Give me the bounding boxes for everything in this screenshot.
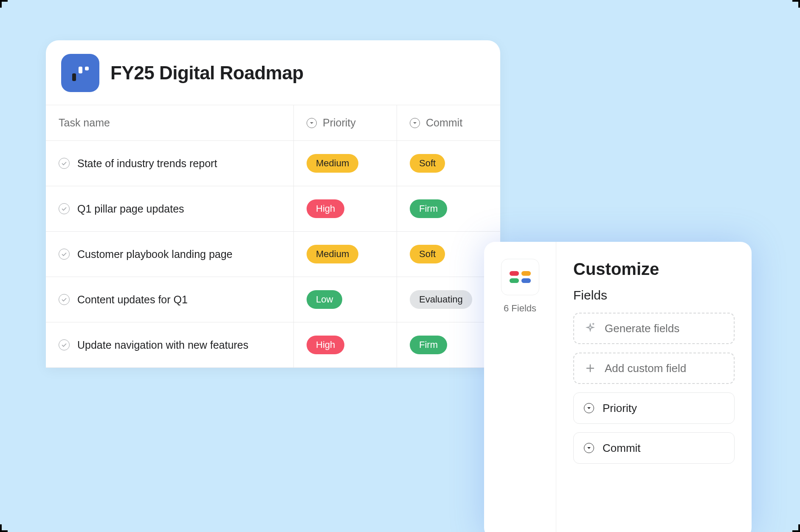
fields-category-tile[interactable]	[501, 259, 539, 295]
commit-badge: Evaluating	[410, 290, 472, 309]
check-icon[interactable]	[59, 339, 70, 350]
priority-cell[interactable]: Low	[294, 277, 397, 322]
check-icon[interactable]	[59, 203, 70, 214]
priority-badge: High	[307, 336, 344, 354]
sparkle-icon	[584, 323, 596, 334]
priority-cell[interactable]: High	[294, 186, 397, 232]
task-name: State of industry trends report	[77, 157, 217, 170]
task-name: Update navigation with new features	[77, 339, 248, 351]
priority-cell[interactable]: Medium	[294, 141, 397, 186]
fields-heading: Fields	[573, 288, 735, 302]
commit-badge: Firm	[410, 199, 447, 218]
button-label: Add custom field	[605, 362, 686, 375]
column-label: Commit	[426, 117, 462, 129]
check-icon[interactable]	[59, 294, 70, 305]
priority-badge: Low	[307, 290, 342, 309]
priority-cell[interactable]: High	[294, 322, 397, 368]
field-item-commit[interactable]: Commit	[573, 432, 735, 464]
generate-fields-button[interactable]: Generate fields	[573, 313, 735, 344]
plus-icon	[584, 363, 596, 373]
customize-main: Customize Fields Generate fields Add cus…	[556, 242, 752, 532]
field-label: Priority	[603, 402, 637, 415]
task-cell[interactable]: Content updates for Q1	[46, 277, 294, 322]
column-header-priority[interactable]: Priority	[294, 105, 397, 141]
column-label: Task name	[59, 117, 110, 129]
field-label: Commit	[603, 442, 641, 455]
check-icon[interactable]	[59, 158, 70, 169]
task-table: Task name Priority Commit State of indus…	[46, 105, 500, 368]
task-cell[interactable]: Customer playbook landing page	[46, 232, 294, 277]
priority-badge: Medium	[307, 154, 358, 173]
project-table-card: FY25 Digital Roadmap Task name Priority …	[46, 40, 500, 368]
check-icon[interactable]	[59, 249, 70, 260]
commit-badge: Soft	[410, 154, 445, 173]
task-cell[interactable]: Update navigation with new features	[46, 322, 294, 368]
customize-panel: 6 Fields Customize Fields Generate field…	[484, 242, 752, 532]
task-name: Customer playbook landing page	[77, 248, 233, 260]
fields-count-label: 6 Fields	[504, 303, 536, 314]
project-header: FY25 Digital Roadmap	[46, 40, 500, 105]
dropdown-icon	[584, 443, 594, 453]
column-header-commit[interactable]: Commit	[397, 105, 500, 141]
commit-cell[interactable]: Soft	[397, 141, 500, 186]
task-name: Content updates for Q1	[77, 294, 188, 306]
task-name: Q1 pillar page updates	[77, 203, 184, 215]
customize-sidebar: 6 Fields	[484, 242, 556, 532]
project-title: FY25 Digital Roadmap	[110, 62, 304, 84]
commit-badge: Soft	[410, 245, 445, 263]
add-custom-field-button[interactable]: Add custom field	[573, 353, 735, 384]
priority-badge: Medium	[307, 245, 358, 263]
commit-badge: Firm	[410, 336, 447, 354]
button-label: Generate fields	[605, 322, 679, 335]
task-cell[interactable]: State of industry trends report	[46, 141, 294, 186]
dropdown-icon	[584, 403, 594, 413]
commit-cell[interactable]: Firm	[397, 186, 500, 232]
customize-title: Customize	[573, 260, 735, 279]
priority-badge: High	[307, 199, 344, 218]
dropdown-icon	[410, 118, 420, 128]
column-header-task[interactable]: Task name	[46, 105, 294, 141]
field-item-priority[interactable]: Priority	[573, 392, 735, 424]
dropdown-icon	[307, 118, 317, 128]
fields-category-icon	[510, 271, 531, 283]
priority-cell[interactable]: Medium	[294, 232, 397, 277]
task-cell[interactable]: Q1 pillar page updates	[46, 186, 294, 232]
column-label: Priority	[323, 117, 356, 129]
project-icon	[61, 54, 99, 92]
